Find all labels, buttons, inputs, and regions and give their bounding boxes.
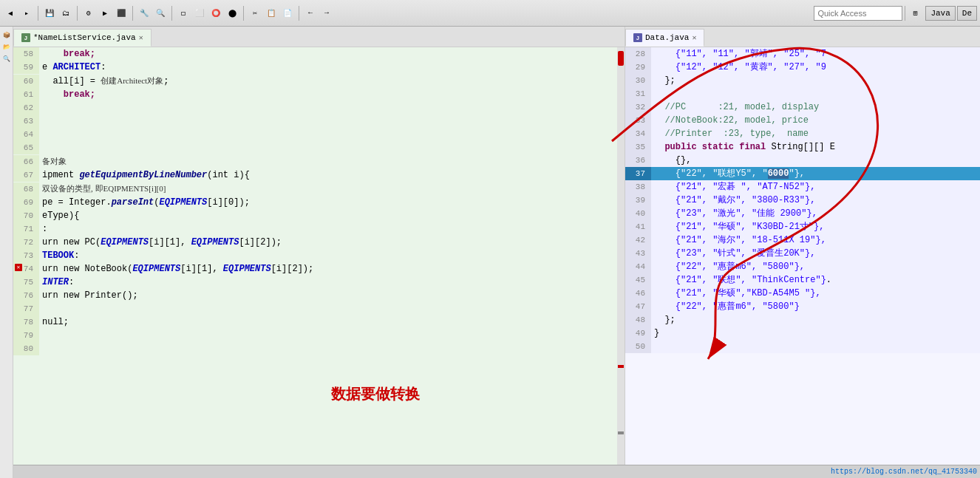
quick-access-input[interactable] — [814, 6, 902, 21]
toolbar-sep-1 — [38, 6, 38, 21]
toolbar-sep-4 — [171, 6, 172, 21]
java-perspective-label: Java — [930, 9, 950, 18]
toolbar-icon-7[interactable]: ⬛ — [114, 6, 129, 21]
toolbar-sep-7 — [905, 6, 905, 21]
quick-access-box: ⊞ Java De — [814, 6, 977, 21]
toolbar-icon-15[interactable]: 📋 — [264, 6, 279, 21]
toolbar-icon-3[interactable]: 💾 — [42, 6, 57, 21]
toolbar-icon-2[interactable]: ▸ — [19, 6, 34, 21]
toolbar-sep-6 — [299, 6, 299, 21]
toolbar-sep-5 — [243, 6, 244, 21]
java-perspective-button[interactable]: Java — [925, 6, 955, 21]
toolbar-icon-16[interactable]: 📄 — [280, 6, 295, 21]
toolbar-icon-4[interactable]: 🗂 — [58, 6, 73, 21]
toolbar-icon-17[interactable]: ← — [303, 6, 318, 21]
toolbar-icon-layout[interactable]: ⊞ — [908, 6, 922, 21]
toolbar-icon-13[interactable]: ⬤ — [225, 6, 239, 21]
toolbar-icon-5[interactable]: ⚙ — [81, 6, 96, 21]
toolbar-sep-3 — [132, 6, 133, 21]
toolbar-icon-6[interactable]: ▶ — [98, 6, 112, 21]
de-perspective-button[interactable]: De — [957, 6, 977, 21]
toolbar-icon-1[interactable]: ◀ — [3, 6, 18, 21]
toolbar-icon-9[interactable]: 🔍 — [153, 6, 168, 21]
toolbar-sep-2 — [77, 6, 78, 21]
toolbar-icon-14[interactable]: ✂ — [248, 6, 262, 21]
toolbar-icon-11[interactable]: ⬜ — [192, 6, 207, 21]
toolbar-icon-10[interactable]: ◻ — [176, 6, 191, 21]
toolbar-icon-12[interactable]: ⭕ — [208, 6, 223, 21]
toolbar: ◀ ▸ 💾 🗂 ⚙ ▶ ⬛ 🔧 🔍 ◻ ⬜ ⭕ ⬤ ✂ 📋 📄 ← → ⊞ Ja… — [0, 0, 980, 27]
de-perspective-label: De — [962, 9, 972, 18]
toolbar-icon-18[interactable]: → — [319, 6, 334, 21]
toolbar-icon-8[interactable]: 🔧 — [137, 6, 152, 21]
